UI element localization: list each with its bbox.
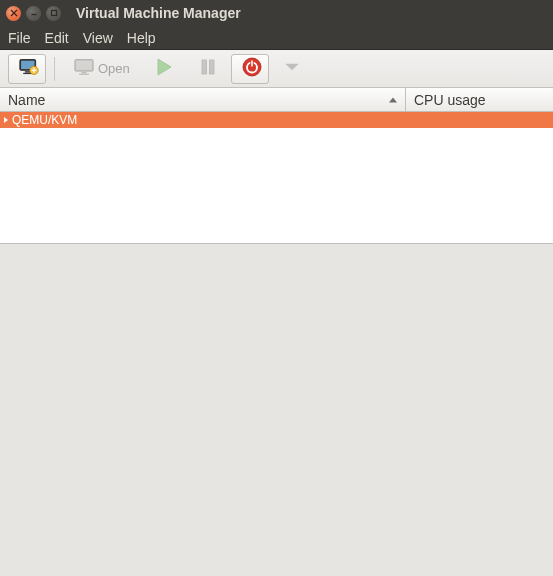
toolbar: Open xyxy=(0,50,553,88)
detail-pane xyxy=(0,243,553,576)
pause-icon xyxy=(198,57,218,80)
connection-row[interactable]: QEMU/KVM xyxy=(0,112,553,128)
run-vm-button[interactable] xyxy=(143,54,181,84)
monitor-icon xyxy=(74,57,94,80)
svg-rect-11 xyxy=(209,60,214,74)
table-header: Name CPU usage xyxy=(0,88,553,112)
sort-ascending-icon xyxy=(389,97,397,102)
connection-label: QEMU/KVM xyxy=(12,113,77,127)
pause-vm-button[interactable] xyxy=(187,54,225,84)
vm-list[interactable]: QEMU/KVM xyxy=(0,112,553,243)
window-minimize-button[interactable] xyxy=(26,6,41,21)
shutdown-vm-button[interactable] xyxy=(231,54,269,84)
window-maximize-button[interactable] xyxy=(46,6,61,21)
menu-view[interactable]: View xyxy=(83,30,113,46)
open-vm-button[interactable]: Open xyxy=(63,54,137,84)
new-vm-button[interactable] xyxy=(8,54,46,84)
menu-help[interactable]: Help xyxy=(127,30,156,46)
menu-edit[interactable]: Edit xyxy=(45,30,69,46)
title-bar: Virtual Machine Manager xyxy=(0,0,553,26)
svg-rect-9 xyxy=(79,74,89,75)
monitor-new-icon xyxy=(19,57,39,80)
svg-rect-8 xyxy=(82,72,87,74)
shutdown-menu-button[interactable] xyxy=(275,54,305,84)
svg-rect-15 xyxy=(251,61,253,67)
play-icon xyxy=(154,57,174,80)
window-close-button[interactable] xyxy=(6,6,21,21)
svg-rect-0 xyxy=(51,11,56,16)
svg-rect-7 xyxy=(76,61,92,70)
column-header-cpu[interactable]: CPU usage xyxy=(406,88,553,111)
column-header-name-label: Name xyxy=(8,92,45,108)
power-icon xyxy=(242,57,262,80)
chevron-down-icon xyxy=(282,57,302,80)
column-header-cpu-label: CPU usage xyxy=(414,92,486,108)
svg-rect-10 xyxy=(202,60,207,74)
menu-bar: File Edit View Help xyxy=(0,26,553,50)
open-label: Open xyxy=(98,61,130,76)
menu-file[interactable]: File xyxy=(8,30,31,46)
column-header-name[interactable]: Name xyxy=(0,88,406,111)
window-title: Virtual Machine Manager xyxy=(76,5,241,21)
toolbar-separator xyxy=(54,57,55,81)
expand-handle-icon[interactable] xyxy=(4,117,8,123)
